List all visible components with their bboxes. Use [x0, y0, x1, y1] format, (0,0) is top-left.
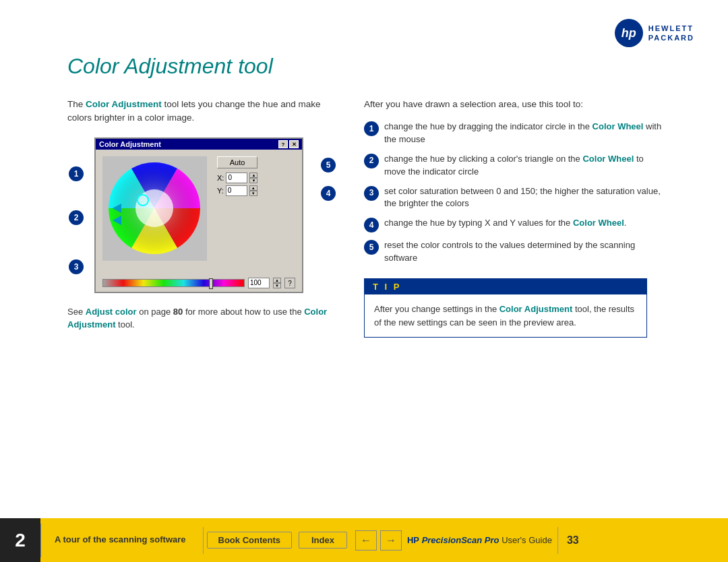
x-spin-down[interactable]: ▼ [249, 178, 257, 183]
tip-box: T I P After you change settings in the C… [364, 278, 647, 338]
tip-header: T I P [365, 279, 646, 294]
y-spin-up[interactable]: ▲ [249, 185, 257, 191]
list-item-5: 5 reset the color controls to the values… [364, 239, 667, 265]
list-text-4: change the hue by typing X and Y values … [384, 217, 626, 232]
nav-arrows: ← → [355, 530, 402, 551]
x-label: X: [217, 174, 224, 182]
list-item-4: 4 change the hue by typing X and Y value… [364, 217, 667, 232]
dialog-title: Color Adjustment [99, 140, 161, 148]
nav-divider-2 [557, 527, 558, 554]
list-item-3: 3 set color saturation between 0 and 150… [364, 185, 667, 211]
dialog-close-btn[interactable]: ✕ [289, 140, 299, 148]
list-num-1: 1 [364, 121, 379, 136]
nav-product-suffix: User's Guide [502, 535, 552, 545]
right-intro: After you have drawn a selection area, u… [364, 98, 667, 111]
nav-product-name: HP PrecisionScan Pro User's Guide [407, 535, 552, 545]
saturation-track[interactable] [102, 279, 245, 287]
xy-controls: X: ▲ ▼ Y: ▲ [217, 173, 295, 196]
nav-back-button[interactable]: ← [355, 530, 377, 551]
page-content: hp HEWLETT PACKARD Color Adjustment tool… [0, 0, 728, 562]
callout-1: 1 [69, 166, 84, 181]
dialog-right-controls: Auto X: ▲ ▼ Y: [217, 156, 295, 196]
list-num-2: 2 [364, 154, 379, 168]
nav-page-number: 33 [567, 534, 579, 547]
dialog-screenshot: Color Adjustment ? ✕ [94, 137, 303, 293]
hp-logo-text: HEWLETT PACKARD [648, 24, 694, 43]
auto-button[interactable]: Auto [217, 156, 257, 168]
color-wheel-link-3[interactable]: Color Wheel [573, 218, 624, 228]
callout-4: 4 [321, 186, 336, 201]
list-text-5: reset the color controls to the values d… [384, 239, 667, 265]
nav-divider-1 [203, 527, 204, 554]
dialog-body: Auto X: ▲ ▼ Y: [96, 150, 302, 271]
x-row: X: ▲ ▼ [217, 173, 295, 183]
left-column: The Color Adjustment tool lets you chang… [67, 98, 337, 332]
saturation-input[interactable] [248, 278, 270, 288]
callout-5: 5 [321, 158, 336, 173]
nav-book-contents-button[interactable]: Book Contents [207, 532, 292, 549]
titlebar-buttons: ? ✕ [278, 140, 299, 148]
nav-hp-brand: HP [407, 535, 419, 545]
dialog-help-btn[interactable]: ? [278, 140, 288, 148]
y-spinner[interactable]: ▲ ▼ [249, 185, 257, 196]
y-spin-down[interactable]: ▼ [249, 191, 257, 196]
color-adjustment-link1[interactable]: Color Adjustment [86, 99, 162, 109]
y-label: Y: [217, 187, 224, 195]
list-num-5: 5 [364, 240, 379, 255]
dialog-wrapper: 1 2 3 4 5 Color Adjustment ? ✕ [94, 137, 310, 293]
dialog-titlebar: Color Adjustment ? ✕ [96, 139, 302, 150]
list-text-2: change the hue by clicking a color's tri… [384, 153, 667, 179]
right-column: After you have drawn a selection area, u… [364, 98, 667, 338]
sat-spinner[interactable]: ▲ ▼ [273, 278, 281, 288]
x-input[interactable] [226, 173, 247, 183]
nav-chapter-number: 2 [0, 518, 40, 562]
see-link-paragraph: See Adjust color on page 80 for more abo… [67, 305, 337, 332]
page-title: Color Adjustment tool [67, 54, 273, 79]
adjust-color-link[interactable]: Adjust color [86, 307, 137, 317]
list-num-4: 4 [364, 218, 379, 232]
y-input[interactable] [226, 185, 247, 196]
nav-product-product: PrecisionScan Pro [422, 535, 499, 545]
hp-circle-icon: hp [615, 19, 643, 47]
list-text-1: change the hue by dragging the indicator… [384, 121, 667, 146]
sat-spin-down[interactable]: ▼ [273, 283, 281, 288]
sat-spin-up[interactable]: ▲ [273, 278, 281, 283]
hp-logo: hp HEWLETT PACKARD [615, 19, 694, 47]
numbered-list: 1 change the hue by dragging the indicat… [364, 121, 667, 265]
intro-paragraph: The Color Adjustment tool lets you chang… [67, 98, 337, 125]
x-spin-up[interactable]: ▲ [249, 173, 257, 178]
color-wheel-svg [102, 156, 207, 261]
callout-3: 3 [69, 259, 84, 274]
nav-tour-button[interactable]: A tour of the scanning software [41, 534, 200, 546]
y-row: Y: ▲ ▼ [217, 185, 295, 196]
list-num-3: 3 [364, 186, 379, 201]
nav-forward-button[interactable]: → [380, 530, 402, 551]
color-wheel-link-1[interactable]: Color Wheel [593, 121, 644, 131]
tip-body: After you change settings in the Color A… [365, 294, 646, 337]
nav-index-button[interactable]: Index [299, 532, 347, 549]
color-wheel-link-2[interactable]: Color Wheel [582, 154, 634, 164]
saturation-thumb[interactable] [209, 278, 213, 289]
list-item-1: 1 change the hue by dragging the indicat… [364, 121, 667, 146]
x-spinner[interactable]: ▲ ▼ [249, 173, 257, 183]
nav-bar: 2 A tour of the scanning software Book C… [0, 518, 728, 562]
list-text-3: set color saturation between 0 and 150; … [384, 185, 667, 211]
tip-color-link[interactable]: Color Adjustment [499, 304, 573, 314]
saturation-row: ▲ ▼ ? [96, 274, 302, 292]
color-wheel-container [102, 156, 210, 264]
dialog-help-icon[interactable]: ? [284, 278, 295, 288]
list-item-2: 2 change the hue by clicking a color's t… [364, 153, 667, 179]
callout-2: 2 [69, 210, 84, 225]
page-ref: 80 [173, 307, 183, 317]
